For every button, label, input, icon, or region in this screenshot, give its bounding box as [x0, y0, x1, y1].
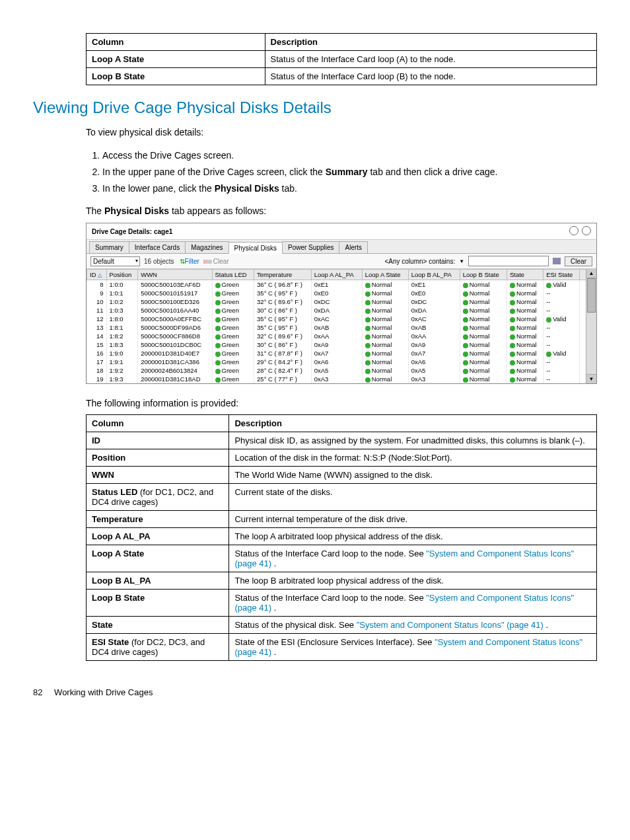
title-icons — [568, 226, 591, 237]
grid-header[interactable]: Position — [106, 270, 138, 280]
table-row[interactable]: 111:0:35000C5001016AA40Green30° C ( 86° … — [87, 306, 586, 315]
table-row[interactable]: 171:9:12000001D381CA386Green29° C ( 84.2… — [87, 358, 586, 366]
col-header: Description — [265, 34, 596, 51]
intro-text: To view physical disk details: — [86, 126, 597, 139]
toolbar: Default 16 objects ⇅Filter Clear <Any co… — [87, 254, 596, 269]
table-cell: Status LED (for DC1, DC2, and DC4 drive … — [87, 483, 229, 510]
step-item: In the upper pane of the Drive Cages scr… — [102, 165, 597, 179]
view-select[interactable]: Default — [90, 256, 140, 266]
steps-list: Access the Drive Cages screen.In the upp… — [86, 149, 597, 196]
info-table: Column Description IDPhysical disk ID, a… — [86, 414, 597, 661]
grid-container: ID△PositionWWNStatus LEDTemperatureLoop … — [87, 269, 596, 383]
filter-button[interactable]: ⇅Filter — [178, 258, 199, 265]
panel-titlebar: Drive Cage Details: cage1 — [87, 223, 596, 240]
panel-tabs: SummaryInterface CardsMagazinesPhysical … — [87, 240, 596, 254]
help-icon[interactable] — [582, 226, 591, 235]
tab-power-supplies[interactable]: Power Supplies — [282, 241, 339, 253]
table-row[interactable]: 141:8:25000C5000CF886D8Green32° C ( 89.6… — [87, 332, 586, 340]
table-cell: Status of the Interface Card loop (A) to… — [265, 51, 596, 68]
clear-filter-button[interactable]: Clear — [203, 258, 229, 265]
tab-magazines[interactable]: Magazines — [185, 241, 228, 253]
table-cell: Current internal temperature of the disk… — [229, 510, 597, 527]
tab-alerts[interactable]: Alerts — [339, 241, 368, 253]
table-cell: Physical disk ID, as assigned by the sys… — [229, 432, 597, 449]
table-cell: Loop A State — [87, 51, 265, 68]
section-heading: Viewing Drive Cage Physical Disks Detail… — [33, 98, 597, 117]
table-cell: Status of the physical disk. See "System… — [229, 616, 597, 633]
step-item: In the lower pane, click the Physical Di… — [102, 182, 597, 196]
search-input[interactable] — [468, 256, 549, 266]
page-footer: 82 Working with Drive Cages — [33, 687, 597, 697]
table-row[interactable]: 81:0:05000C500103EAF6DGreen36° C ( 96.8°… — [87, 280, 586, 289]
table-cell: Current state of the disks. — [229, 483, 597, 510]
table-cell: Status of the Interface Card loop (B) to… — [265, 68, 596, 85]
scroll-thumb[interactable] — [587, 278, 596, 313]
tab-interface-cards[interactable]: Interface Cards — [129, 241, 186, 253]
grid-header[interactable]: State — [507, 270, 543, 280]
table-row[interactable]: 101:0:25000C500100ED326Green32° C ( 89.6… — [87, 297, 586, 306]
table-cell: WWN — [87, 466, 229, 483]
scroll-up-icon[interactable]: ▲ — [586, 269, 596, 278]
after-panel-text: The following information is provided: — [86, 397, 597, 410]
table-row[interactable]: 191:9:32000001D381C18ADGreen25° C ( 77° … — [87, 375, 586, 383]
grid-header[interactable]: Temperature — [254, 270, 312, 280]
refresh-icon[interactable] — [569, 226, 578, 235]
grid-header[interactable]: Status LED — [212, 270, 254, 280]
grid-header[interactable]: Loop A State — [362, 270, 408, 280]
table-cell: The World Wide Name (WWN) assigned to th… — [229, 466, 597, 483]
tab-summary[interactable]: Summary — [89, 241, 129, 253]
table-cell: State — [87, 616, 229, 633]
grid-header[interactable]: Loop B State — [460, 270, 507, 280]
table-cell: Loop A AL_PA — [87, 527, 229, 545]
printer-icon[interactable] — [553, 258, 561, 264]
table-cell: Temperature — [87, 510, 229, 527]
table-row[interactable]: 181:9:220000024B6013824Green28° C ( 82.4… — [87, 366, 586, 375]
tab-physical-disks[interactable]: Physical Disks — [228, 242, 283, 254]
table-row[interactable]: 161:9:02000001D381D40E7Green31° C ( 87.8… — [87, 349, 586, 358]
dropdown-icon[interactable]: ▼ — [459, 258, 464, 264]
grid-header[interactable] — [579, 270, 586, 280]
search-label: <Any column> contains: — [384, 258, 455, 265]
loop-state-table: Column Description Loop A StateStatus of… — [86, 33, 597, 85]
table-cell: ID — [87, 432, 229, 449]
table-cell: Location of the disk in the format: N:S:… — [229, 449, 597, 466]
scrollbar[interactable]: ▲ ▼ — [586, 269, 596, 383]
clear-button[interactable]: Clear — [565, 256, 592, 266]
table-cell: Status of the Interface Card loop to the… — [229, 589, 597, 616]
table-row[interactable]: 121:8:05000C5000A0EFFBCGreen35° C ( 95° … — [87, 315, 586, 323]
grid-header[interactable]: ESI State — [543, 270, 580, 280]
panel-title: Drive Cage Details: cage1 — [92, 228, 172, 235]
table-cell: Loop B AL_PA — [87, 572, 229, 589]
grid-header[interactable]: ID△ — [87, 270, 107, 280]
tab-appears-text: The Physical Disks tab appears as follow… — [86, 205, 597, 218]
footer-text: Working with Drive Cages — [54, 687, 153, 697]
grid-header[interactable]: WWN — [138, 270, 212, 280]
step-item: Access the Drive Cages screen. — [102, 149, 597, 163]
table-cell: Loop B State — [87, 68, 265, 85]
col-header: Column — [87, 414, 229, 432]
table-cell: Status of the Interface Card loop to the… — [229, 545, 597, 572]
table-cell: State of the ESI (Enclosure Services Int… — [229, 633, 597, 660]
disks-grid: ID△PositionWWNStatus LEDTemperatureLoop … — [87, 269, 586, 383]
grid-header[interactable]: Loop B AL_PA — [408, 270, 460, 280]
table-cell: The loop B arbitrated loop physical addr… — [229, 572, 597, 589]
table-cell: The loop A arbitrated loop physical addr… — [229, 527, 597, 545]
grid-header[interactable]: Loop A AL_PA — [311, 270, 362, 280]
table-cell: Loop B State — [87, 589, 229, 616]
table-cell: Position — [87, 449, 229, 466]
table-row[interactable]: 91:0:15000C50010151917Green35° C ( 95° F… — [87, 289, 586, 297]
object-count: 16 objects — [144, 258, 174, 265]
drive-cage-details-panel: Drive Cage Details: cage1 SummaryInterfa… — [86, 223, 597, 384]
table-row[interactable]: 131:8:15000C5000DF99AD6Green35° C ( 95° … — [87, 323, 586, 332]
table-row[interactable]: 151:8:35000C500101DCB0CGreen30° C ( 86° … — [87, 340, 586, 349]
page-number: 82 — [33, 687, 42, 697]
col-header: Description — [229, 414, 597, 432]
table-cell: ESI State (for DC2, DC3, and DC4 drive c… — [87, 633, 229, 660]
col-header: Column — [87, 34, 265, 51]
scroll-down-icon[interactable]: ▼ — [586, 374, 596, 383]
table-cell: Loop A State — [87, 545, 229, 572]
